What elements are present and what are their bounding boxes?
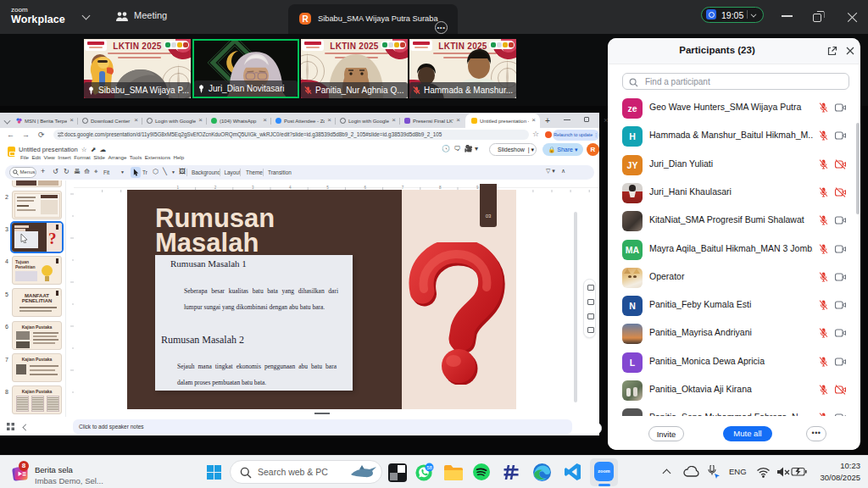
svg-text:58: 58 — [426, 465, 432, 470]
